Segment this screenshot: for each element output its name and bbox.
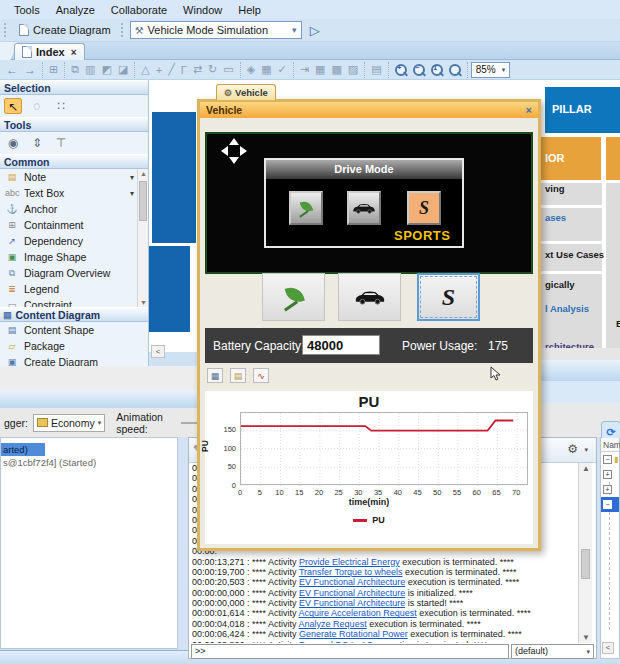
selection-tool-icon[interactable]: ∷	[52, 98, 70, 114]
layout-tool-icon[interactable]: ▭	[220, 63, 236, 76]
palette-tool-icon[interactable]: ◉	[4, 135, 22, 151]
trigger-select[interactable]: Economy ▾	[33, 414, 105, 432]
normal-mode-indicator[interactable]	[347, 191, 381, 225]
tree-node[interactable]: +	[601, 482, 619, 497]
console-context-select[interactable]: (default) ▾	[511, 644, 594, 659]
diagram-cell-label[interactable]: gically	[545, 279, 575, 290]
layout-tool-icon[interactable]: +	[153, 64, 165, 76]
palette-tool-icon[interactable]: ⇕	[28, 135, 46, 151]
sports-mode-indicator[interactable]: S	[407, 191, 441, 225]
palette-item[interactable]: ▤ Note ▾	[0, 169, 148, 185]
menu-item[interactable]: Collaborate	[103, 2, 175, 18]
vehicle-dialog-tab[interactable]: ⚙ Vehicle	[216, 84, 276, 100]
chart-toolbar-icon[interactable]: ∿	[253, 368, 269, 383]
vehicle-window-titlebar[interactable]: Vehicle ×	[200, 102, 538, 118]
panel-scroll-left-button[interactable]: <	[602, 642, 614, 654]
layout-tool-icon[interactable]: ↻	[205, 63, 220, 76]
activity-link[interactable]: EV Functional Architecture	[299, 588, 405, 598]
tree-expand-toggle[interactable]: −	[603, 455, 612, 464]
palette-item[interactable]: ≣ Legend	[0, 281, 148, 297]
close-icon[interactable]: ×	[71, 47, 77, 58]
palette-scrollbar[interactable]: ▲▼	[137, 169, 148, 307]
activity-link[interactable]: Transfer Torque to wheels	[299, 567, 403, 577]
activity-link[interactable]: Demand DC to AC	[299, 640, 373, 643]
normal-mode-button[interactable]	[338, 273, 401, 321]
diagram-block[interactable]	[149, 246, 190, 332]
palette-section-content-diagram[interactable]: ▤ Content Diagram	[0, 307, 148, 322]
session-list-item[interactable]: s@1cbf72f4] (Started)	[1, 456, 177, 469]
selection-tool-icon[interactable]: ↖	[4, 98, 22, 114]
eco-mode-button[interactable]	[262, 273, 325, 321]
clipboard-icon[interactable]: ⧉	[68, 63, 82, 76]
battery-capacity-input[interactable]	[302, 335, 380, 355]
chevron-down-icon[interactable]: ▾	[130, 173, 134, 182]
selection-tool-icon[interactable]: ◌	[28, 98, 46, 114]
palette-item[interactable]: abc Text Box ▾	[0, 185, 148, 201]
diagram-cell-label[interactable]: ases	[545, 212, 566, 223]
chart-toolbar-icon[interactable]: ▤	[230, 368, 246, 383]
palette-item[interactable]: ⧉ Diagram Overview	[0, 265, 148, 281]
close-icon[interactable]: ×	[526, 104, 532, 116]
diagram-behavior-header[interactable]: IOR	[541, 137, 601, 180]
menu-item[interactable]: Analyze	[48, 2, 103, 18]
palette-item[interactable]: ▭ Constraint	[0, 297, 148, 307]
activity-link[interactable]: Acquire Acceleration Request	[299, 608, 417, 618]
magnifier-icon[interactable]: −	[412, 63, 426, 77]
gear-icon[interactable]: ⚙	[567, 442, 578, 456]
animation-speed-slider[interactable]	[181, 422, 197, 424]
magnifier-icon[interactable]	[448, 63, 462, 77]
chevron-down-icon[interactable]: ▾	[584, 446, 588, 454]
palette-item[interactable]: ▤ Content Shape	[0, 322, 148, 338]
palette-item[interactable]: ▣ Image Shape	[0, 249, 148, 265]
refresh-icon[interactable]: ⟳	[606, 426, 615, 438]
shape-tool-icon[interactable]: ✓	[275, 63, 290, 76]
diagram-cell-label[interactable]: ving	[545, 183, 565, 194]
canvas-scroll-left-button[interactable]: <	[151, 345, 165, 358]
menu-item[interactable]: Tools	[6, 2, 48, 18]
palette-item[interactable]: ⊞ Containment	[0, 217, 148, 233]
toolbar-grip[interactable]	[4, 23, 9, 37]
shape-tool-icon[interactable]: ▦	[258, 63, 274, 76]
layout-tool-icon[interactable]: ╱	[165, 63, 178, 76]
diagram-cell-label[interactable]: xt Use Cases	[545, 249, 604, 260]
panel-splitter[interactable]	[178, 437, 188, 659]
run-simulation-button[interactable]: ▷	[310, 23, 320, 38]
palette-item[interactable]: ⚓ Anchor	[0, 201, 148, 217]
magnifier-icon[interactable]: +	[394, 63, 408, 77]
palette-section-tools[interactable]: Tools	[0, 117, 148, 132]
create-diagram-button[interactable]: Create Diagram	[13, 22, 117, 38]
console-scrollbar[interactable]: ▲▼	[578, 463, 592, 643]
shape-tool-icon[interactable]: ◈	[244, 63, 258, 76]
containment-tree-icon[interactable]: ⊞	[46, 63, 61, 76]
clipboard-icon[interactable]: ▥	[82, 63, 98, 76]
layout-tool-icon[interactable]: △	[138, 63, 152, 76]
align-tool-icon[interactable]: ▨	[345, 63, 361, 76]
tree-expand-toggle[interactable]: +	[603, 470, 612, 479]
menu-item[interactable]: Window	[175, 2, 230, 18]
page-tool-icon[interactable]: ▤	[368, 63, 384, 76]
palette-item[interactable]: ↗ Dependency	[0, 233, 148, 249]
align-tool-icon[interactable]: ▦	[312, 63, 328, 76]
palette-section-selection[interactable]: Selection	[0, 80, 148, 95]
sports-mode-button[interactable]: S	[417, 273, 480, 321]
palette-tool-icon[interactable]: ⊤	[52, 135, 70, 151]
activity-link[interactable]: Analyze Request	[299, 619, 367, 629]
tab-index[interactable]: Index ×	[14, 43, 85, 60]
palette-item[interactable]: ▱ Package	[0, 338, 148, 354]
tree-expand-toggle[interactable]: −	[603, 500, 612, 509]
variables-panel-tab[interactable]: ⟳	[601, 421, 620, 438]
activity-link[interactable]: Generate Rotational Power	[299, 629, 408, 639]
layout-tool-icon[interactable]: Γ	[178, 64, 190, 76]
tree-expand-toggle[interactable]: +	[603, 485, 612, 494]
activity-link[interactable]: EV Functional Architecture	[299, 598, 405, 608]
palette-section-common[interactable]: Common	[0, 154, 148, 169]
eco-mode-indicator[interactable]	[289, 191, 323, 225]
nav-arrow-icon[interactable]: →	[21, 63, 39, 77]
diagram-block[interactable]	[152, 112, 196, 243]
align-tool-icon[interactable]: ⇥	[297, 63, 312, 76]
tree-node[interactable]: −	[601, 497, 619, 512]
variables-name-column-header[interactable]: Nam	[601, 438, 619, 452]
menu-item[interactable]: Help	[230, 2, 269, 18]
simulation-config-select[interactable]: ⚒ Vehicle Mode Simulation ▾	[130, 21, 302, 39]
magnifier-icon[interactable]: 1	[430, 63, 444, 77]
